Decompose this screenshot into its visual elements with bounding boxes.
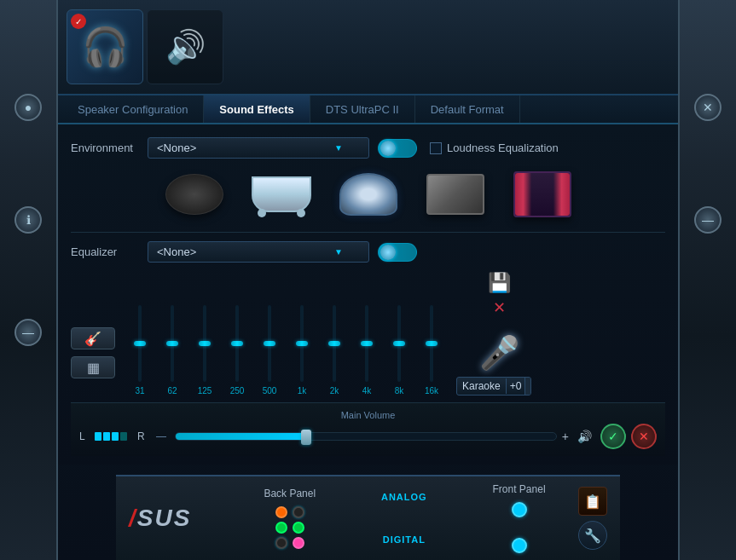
asus-logo: /SUS [129,505,231,532]
eq-handle-2k[interactable] [328,341,340,346]
eq-slider-track-125[interactable] [203,305,206,382]
port-cyan-1[interactable] [512,502,527,517]
eq-dropdown[interactable]: <None> ▼ [148,241,369,263]
eq-band-125: 125 [188,305,221,395]
port-green-1[interactable] [275,522,287,534]
eq-handle-1k[interactable] [296,341,308,346]
vol-l-label: L [79,430,90,442]
info-button[interactable]: 📋 [578,487,607,516]
eq-band-500: 500 [253,305,286,395]
karaoke-spinner: ▲ ▼ [524,378,531,395]
loudness-eq-checkbox[interactable]: Loudness Equalization [430,141,559,154]
eq-slider-track-4k[interactable] [365,305,368,382]
effect-box[interactable] [425,169,486,220]
eq-slider-track-500[interactable] [268,305,271,382]
eq-handle-62[interactable] [166,341,178,346]
eq-band-1k: 1k [286,305,318,395]
vol-meter-bar [95,432,101,441]
app-container: ● ℹ — ✕ — ✓ 🎧 🔊 Speaker Configuration So… [0,0,736,560]
save-preset-button[interactable]: 💾 [487,271,511,295]
eq-handle-500[interactable] [264,341,275,346]
eq-grid-btn[interactable]: ▦ [71,356,115,378]
box-icon [426,174,484,215]
theatre-curtains [515,173,570,216]
effect-speaker[interactable] [338,169,399,220]
analog-label: ANALOG [381,492,427,502]
eq-handle-125[interactable] [199,341,211,346]
port-cyan-2[interactable] [512,538,527,553]
theatre-icon [513,171,571,217]
dropdown-arrow-icon: ▼ [334,143,343,153]
eq-band-8k: 8k [383,305,415,395]
eq-handle-250[interactable] [231,341,243,346]
eq-slider-track-16k[interactable] [430,305,433,382]
environment-dropdown[interactable]: <None> ▼ [148,137,369,159]
left-btn-1[interactable]: ● [14,94,42,121]
eq-slider-track-1k[interactable] [300,305,304,382]
port-pink-1[interactable] [293,537,304,549]
digital-label: DIGITAL [383,534,426,545]
speaker-device[interactable]: 🔊 [147,9,223,84]
back-panel-group: Back Panel [264,488,316,549]
back-panel-label: Back Panel [264,488,316,499]
toggle-knob [380,141,396,156]
vol-dash: — [156,430,166,442]
headphones-icon: 🎧 [82,25,129,69]
right-btn-1[interactable]: ✕ [694,94,722,121]
vol-plus-icon: + [562,430,569,443]
environment-toggle[interactable] [378,139,417,158]
port-black-1[interactable] [293,506,304,518]
left-btn-3[interactable]: — [14,319,42,346]
effect-speaker-shape [338,169,399,220]
volume-handle[interactable] [301,430,311,445]
port-black-2[interactable] [275,537,287,549]
port-green-2[interactable] [293,522,304,534]
eq-toggle-knob [380,245,396,260]
eq-band-4k: 4k [351,305,383,395]
eq-slider-track-62[interactable] [171,305,174,382]
effect-theatre[interactable] [512,169,573,220]
karaoke-down-button[interactable]: ▼ [525,386,531,395]
bottom-bar: /SUS Back Panel [116,475,620,560]
left-btn-2[interactable]: ℹ [14,206,42,234]
effect-bathroom[interactable] [251,169,312,220]
effect-stone-shape [164,169,225,220]
port-orange-1[interactable] [275,506,287,518]
eq-handle-16k[interactable] [426,341,438,346]
eq-toggle[interactable] [378,243,417,262]
effect-stone[interactable] [164,169,225,220]
eq-guitar-btn[interactable]: 🎸 [71,327,115,349]
front-panel-bottom-ports [512,538,527,553]
eq-left-controls: 🎸 ▦ [71,327,115,378]
tab-dts[interactable]: DTS UltraPC II [310,95,415,123]
karaoke-up-button[interactable]: ▲ [525,378,531,386]
eq-handle-4k[interactable] [361,341,373,346]
eq-slider-track-8k[interactable] [397,305,401,382]
active-badge: ✓ [71,14,86,29]
vol-confirm-button[interactable]: ✓ [600,424,626,449]
eq-header: Equalizer <None> ▼ [71,241,665,263]
delete-preset-button[interactable]: ✕ [490,298,508,317]
eq-handle-8k[interactable] [393,341,405,346]
eq-slider-track-250[interactable] [235,305,239,382]
sidebar-right: ✕ — [678,0,736,560]
headphones-device[interactable]: ✓ 🎧 [67,9,143,84]
vol-right-buttons: ✓ ✕ [600,424,657,449]
eq-slider-track-2k[interactable] [333,305,336,382]
karaoke-box: 🎤 Karaoke +0 ▲ ▼ [456,334,542,395]
eq-slider-track-31[interactable] [138,305,142,382]
volume-slider[interactable] [175,432,557,441]
vol-cancel-button[interactable]: ✕ [631,424,657,449]
sidebar-left: ● ℹ — [0,0,58,560]
right-btn-2[interactable]: — [694,206,722,234]
speaker-icon: 🔊 [165,28,206,66]
tab-default-format[interactable]: Default Format [415,95,520,123]
eq-handle-31[interactable] [134,341,146,346]
tab-speaker-config[interactable]: Speaker Configuration [62,95,204,123]
front-panel-group: Front Panel [493,483,546,553]
speaker-dish-icon [339,173,397,216]
back-panel-bottom-ports [275,537,304,549]
settings-button[interactable]: 🔧 [578,521,607,550]
front-panel-label: Front Panel [493,483,546,495]
tab-sound-effects[interactable]: Sound Effects [204,95,310,123]
